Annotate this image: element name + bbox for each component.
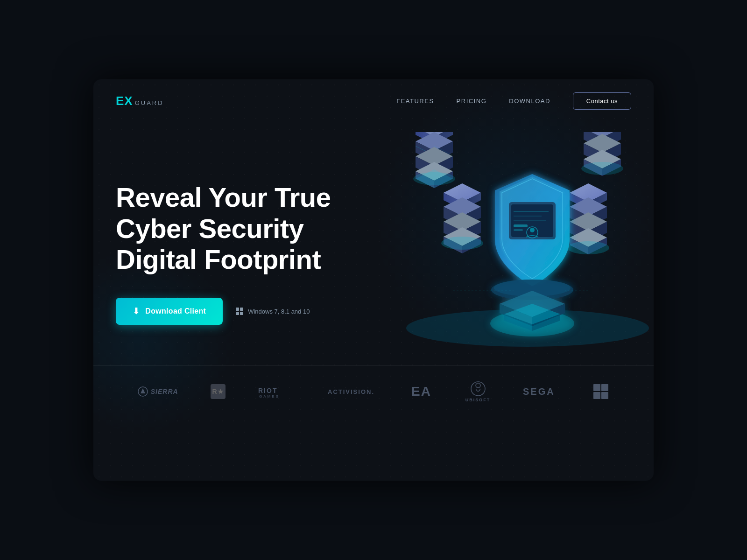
svg-point-54	[441, 237, 483, 250]
contact-button[interactable]: Contact us	[573, 92, 631, 110]
download-button[interactable]: ⬇ Download Client	[116, 298, 223, 325]
svg-rect-77	[514, 229, 523, 231]
svg-rect-102	[601, 392, 608, 399]
windows-info: Windows 7, 8.1 and 10	[236, 308, 310, 315]
svg-point-69	[567, 241, 609, 254]
hero-actions: ⬇ Download Client Windows 7, 8.1 and 10	[116, 298, 399, 325]
riot-icon: RIOT GAMES	[258, 385, 296, 399]
svg-text:SEGA: SEGA	[523, 386, 555, 397]
partner-rockstar: R★	[211, 384, 226, 399]
svg-rect-100	[601, 384, 608, 391]
logo-ex: EX	[116, 94, 133, 108]
svg-point-40	[581, 162, 623, 175]
download-icon: ⬇	[133, 306, 140, 316]
partner-ubisoft: UBISOFT	[465, 381, 491, 402]
svg-point-79	[530, 228, 535, 232]
partner-sierra: SIERRA	[138, 386, 178, 397]
svg-rect-99	[593, 384, 600, 391]
hero-section: Reveal Your True Cyber Security Digital …	[93, 123, 654, 365]
partners-section: SIERRA R★ RIOT GAMES ACTIVISION. EA	[93, 365, 654, 417]
nav-links: FEATURES PRICING DOWNLOAD Contact us	[396, 92, 631, 110]
partner-windows	[592, 383, 609, 400]
ea-icon: EA	[411, 385, 433, 399]
hero-title: Reveal Your True Cyber Security Digital …	[116, 182, 399, 275]
partner-activision: ACTIVISION.	[328, 386, 379, 397]
hero-left: Reveal Your True Cyber Security Digital …	[116, 182, 399, 325]
svg-point-96	[471, 382, 485, 396]
svg-text:RIOT: RIOT	[258, 387, 277, 394]
windows-logo-icon	[236, 308, 243, 315]
hero-title-line2: Cyber Security	[116, 213, 303, 244]
svg-rect-101	[593, 392, 600, 399]
svg-text:EA: EA	[411, 385, 431, 399]
ubisoft-icon	[470, 381, 486, 397]
svg-point-97	[476, 383, 480, 388]
svg-rect-76	[514, 224, 528, 227]
activision-icon: ACTIVISION.	[328, 386, 379, 397]
sega-icon: SEGA	[523, 385, 560, 399]
hero-title-line1: Reveal Your True	[116, 182, 331, 212]
iso-illustration-svg	[388, 132, 654, 384]
hero-title-line3: Digital Footprint	[116, 244, 321, 274]
windows-version-text: Windows 7, 8.1 and 10	[248, 308, 310, 315]
nav-features[interactable]: FEATURES	[396, 98, 434, 105]
hero-illustration	[383, 123, 654, 393]
logo-guard: GUARD	[135, 99, 164, 106]
navbar: EXGUARD FEATURES PRICING DOWNLOAD Contac…	[93, 79, 654, 123]
svg-marker-91	[141, 388, 145, 393]
nav-download[interactable]: DOWNLOAD	[509, 98, 550, 105]
windows-icon	[592, 383, 609, 400]
svg-text:ACTIVISION.: ACTIVISION.	[328, 388, 374, 395]
nav-pricing[interactable]: PRICING	[457, 98, 487, 105]
logo: EXGUARD	[116, 94, 164, 108]
sierra-icon	[138, 386, 148, 397]
partner-sega: SEGA	[523, 385, 560, 399]
partner-ea: EA	[411, 385, 433, 399]
app-window: EXGUARD FEATURES PRICING DOWNLOAD Contac…	[93, 79, 654, 481]
svg-text:GAMES: GAMES	[259, 394, 280, 399]
download-label: Download Client	[145, 307, 206, 315]
rockstar-icon: R★	[211, 384, 226, 399]
partner-riot: RIOT GAMES	[258, 385, 296, 399]
ubisoft-label: UBISOFT	[465, 398, 491, 402]
sierra-label: SIERRA	[151, 388, 178, 395]
